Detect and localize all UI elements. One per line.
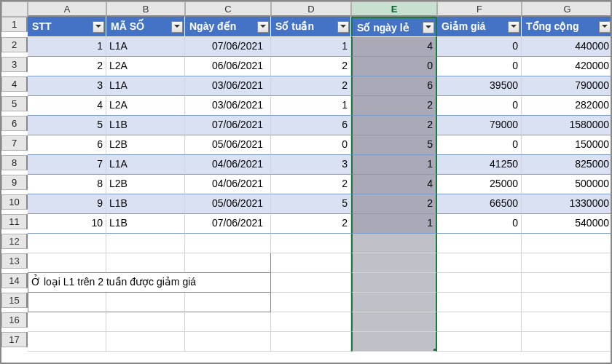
cell[interactable]	[437, 293, 522, 312]
cell-giamgia[interactable]: 0	[437, 37, 522, 57]
cell[interactable]	[271, 293, 351, 312]
cell-stt[interactable]: 2	[28, 57, 106, 76]
table-header-giamgia[interactable]: Giảm giá	[437, 17, 522, 37]
cell-tongcong[interactable]: 790000	[522, 76, 612, 96]
cell-tongcong[interactable]: 440000	[522, 37, 612, 57]
cell[interactable]	[351, 273, 437, 293]
cell-maso[interactable]: L1B	[106, 116, 185, 135]
cell-ngayden[interactable]: 06/06/2021	[185, 57, 271, 76]
cell-giamgia[interactable]: 79000	[437, 116, 522, 135]
cell-stt[interactable]: 6	[28, 135, 106, 155]
filter-icon[interactable]	[257, 21, 269, 33]
cell-sotuan[interactable]: 5	[271, 194, 351, 214]
cell[interactable]	[522, 312, 612, 332]
note-cell[interactable]: Ở loại L1 trên 2 tuần được giảm giá	[28, 273, 271, 293]
cell[interactable]	[351, 312, 437, 332]
cell[interactable]	[106, 234, 185, 253]
cell-maso[interactable]: L2B	[106, 135, 185, 155]
cell-ngayden[interactable]: 07/06/2021	[185, 116, 271, 135]
cell-stt[interactable]: 7	[28, 155, 106, 175]
cell-tongcong[interactable]: 1580000	[522, 116, 612, 135]
cell-sotuan[interactable]: 0	[271, 135, 351, 155]
cell-sotuan[interactable]: 6	[271, 116, 351, 135]
cell-ngayden[interactable]: 05/06/2021	[185, 194, 271, 214]
cell[interactable]	[106, 312, 185, 332]
cell[interactable]	[522, 332, 612, 352]
table-header-maso[interactable]: MÃ SỐ	[106, 17, 185, 37]
col-header-G[interactable]: G	[522, 1, 612, 17]
cell-stt[interactable]: 9	[28, 194, 106, 214]
cell[interactable]	[351, 332, 437, 352]
cell[interactable]	[185, 312, 271, 332]
row-header-13[interactable]: 13	[1, 253, 28, 269]
cell[interactable]	[351, 234, 437, 253]
cell-maso[interactable]: L2A	[106, 96, 185, 116]
cell-sotuan[interactable]: 1	[271, 37, 351, 57]
cell-giamgia[interactable]: 66500	[437, 194, 522, 214]
cell-stt[interactable]: 1	[28, 37, 106, 57]
row-header-6[interactable]: 6	[1, 116, 28, 131]
cell-giamgia[interactable]: 25000	[437, 175, 522, 194]
cell[interactable]	[28, 234, 106, 253]
cell-stt[interactable]: 4	[28, 96, 106, 116]
cell-songayle[interactable]: 1	[351, 214, 437, 234]
cell[interactable]	[271, 273, 351, 293]
row-header-15[interactable]: 15	[1, 293, 28, 308]
cell[interactable]	[28, 312, 106, 332]
col-header-A[interactable]: A	[28, 1, 106, 17]
cell-giamgia[interactable]: 0	[437, 135, 522, 155]
row-header-3[interactable]: 3	[1, 57, 28, 72]
cell[interactable]	[522, 234, 612, 253]
cell-sotuan[interactable]: 2	[271, 214, 351, 234]
cell-stt[interactable]: 8	[28, 175, 106, 194]
row-header-16[interactable]: 16	[1, 312, 28, 328]
row-header-1[interactable]: 1	[1, 17, 28, 32]
col-header-F[interactable]: F	[437, 1, 522, 17]
cell[interactable]	[437, 234, 522, 253]
cell-stt[interactable]: 5	[28, 116, 106, 135]
row-header-11[interactable]: 11	[1, 214, 28, 229]
cell[interactable]	[437, 273, 522, 293]
cell-songayle[interactable]: 1	[351, 155, 437, 175]
cell-songayle[interactable]: 0	[351, 57, 437, 76]
cell-sotuan[interactable]: 2	[271, 76, 351, 96]
table-header-tongcong[interactable]: Tổng cộng	[522, 17, 612, 37]
cell-maso[interactable]: L2B	[106, 175, 185, 194]
cell-giamgia[interactable]: 41250	[437, 155, 522, 175]
cell[interactable]	[185, 332, 271, 352]
cell[interactable]	[437, 253, 522, 273]
col-header-C[interactable]: C	[185, 1, 271, 17]
cell-songayle[interactable]: 2	[351, 96, 437, 116]
cell[interactable]	[351, 293, 437, 312]
select-all-corner[interactable]	[1, 1, 28, 17]
fill-handle[interactable]	[434, 349, 437, 352]
cell[interactable]	[271, 312, 351, 332]
cell-giamgia[interactable]: 0	[437, 96, 522, 116]
cell-maso[interactable]: L1B	[106, 214, 185, 234]
cell[interactable]	[271, 234, 351, 253]
cell-tongcong[interactable]: 150000	[522, 135, 612, 155]
row-header-12[interactable]: 12	[1, 234, 28, 249]
col-header-D[interactable]: D	[271, 1, 351, 17]
cell-maso[interactable]: L2A	[106, 57, 185, 76]
cell[interactable]	[185, 234, 271, 253]
row-header-8[interactable]: 8	[1, 155, 28, 170]
filter-icon[interactable]	[423, 22, 434, 33]
cell-songayle[interactable]: 4	[351, 37, 437, 57]
row-header-4[interactable]: 4	[1, 76, 28, 92]
filter-icon[interactable]	[508, 21, 519, 33]
row-header-2[interactable]: 2	[1, 37, 28, 52]
row-header-9[interactable]: 9	[1, 175, 28, 190]
row-header-5[interactable]: 5	[1, 96, 28, 111]
cell-ngayden[interactable]: 04/06/2021	[185, 155, 271, 175]
row-header-10[interactable]: 10	[1, 194, 28, 210]
cell-ngayden[interactable]: 03/06/2021	[185, 96, 271, 116]
cell-giamgia[interactable]: 0	[437, 57, 522, 76]
table-header-songayle[interactable]: Số ngày lẻ	[351, 17, 437, 37]
cell-tongcong[interactable]: 500000	[522, 175, 612, 194]
col-header-B[interactable]: B	[106, 1, 185, 17]
table-header-ngayden[interactable]: Ngày đến	[185, 17, 271, 37]
cell-songayle[interactable]: 6	[351, 76, 437, 96]
spreadsheet-grid[interactable]: A B C D E F G	[1, 1, 611, 17]
cell-maso[interactable]: L1A	[106, 37, 185, 57]
